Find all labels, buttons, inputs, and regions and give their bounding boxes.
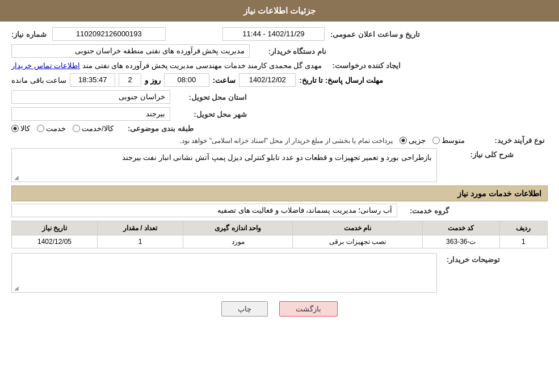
category-kala-khedmat-text: کالا/خدمت <box>82 124 114 133</box>
purchase-jozii-radio[interactable] <box>400 137 407 144</box>
page-title: جزئیات اطلاعات نیاز <box>0 0 559 22</box>
services-table: ردیف کد خدمت نام خدمت واحد اندازه گیری ت… <box>11 221 548 248</box>
category-khedmat-text: خدمت <box>46 124 66 133</box>
category-khedmat-item: خدمت <box>37 124 66 133</box>
content-area: تاریخ و ساعت اعلان عمومی: 1402/11/29 - 1… <box>0 22 559 328</box>
purchase-type-desc: پرداخت تمام یا بخشی از مبلغ خریدار از مح… <box>11 137 396 145</box>
category-kala-text: کالا <box>20 124 30 133</box>
col-header-quantity: تعداد / مقدار <box>98 221 183 235</box>
purchase-jozii-item: جزیی <box>400 136 426 145</box>
purchase-motavasset-item: متوسط <box>432 136 465 145</box>
back-button[interactable]: بازگشت <box>279 301 338 317</box>
description-value: بازطراحی بورد و تعمیر تجهیزات و قطعات دو… <box>122 153 432 162</box>
col-header-date: تاریخ نیاز <box>12 221 98 235</box>
col-header-unit: واحد اندازه گیری <box>183 221 292 235</box>
purchase-jozii-text: جزیی <box>409 136 426 145</box>
service-section-title: اطلاعات خدمات مورد نیاز <box>11 186 548 201</box>
city-value: بیرجند <box>11 107 170 121</box>
deadline-time-label: ساعت: <box>213 76 236 85</box>
description-label: شرح کلی نیاز: <box>437 148 516 159</box>
deadline-remaining-label: ساعت باقی مانده <box>11 76 66 85</box>
creator-label: ایجاد کننده درخواست: <box>324 61 404 70</box>
province-value: خراسان جنوبی <box>11 90 170 104</box>
page-wrapper: جزئیات اطلاعات نیاز تاریخ و ساعت اعلان ع… <box>0 0 559 392</box>
table-cell-quantity: 1 <box>98 235 183 248</box>
request-number-value: 1102092126000193 <box>52 27 166 41</box>
print-button[interactable]: چاپ <box>221 301 268 317</box>
deadline-time: 08:00 <box>164 73 209 87</box>
buttons-row: بازگشت چاپ <box>11 301 548 317</box>
table-cell-date: 1402/12/05 <box>12 235 98 248</box>
category-row: طبقه بندی موضوعی: کالا/خدمت خدمت کالا <box>11 124 548 133</box>
col-header-row: ردیف <box>499 221 547 235</box>
table-cell-code: ت-36-363 <box>422 235 499 248</box>
service-group-label: گروه خدمت: <box>401 206 452 215</box>
buyer-name-row: نام دستگاه خریدار: مدیریت پخش فرآورده ها… <box>11 44 548 58</box>
creator-row: ایجاد کننده درخواست: مهدی گل محمدی کارمن… <box>11 61 548 70</box>
creator-link[interactable]: اطلاعات تماس خریدار <box>11 61 80 70</box>
city-row: شهر محل تحویل: بیرجند <box>11 107 548 121</box>
purchase-motavasset-radio[interactable] <box>432 137 440 144</box>
purchase-type-label: نوع فرآیند خرید: <box>468 136 548 145</box>
table-cell-name: نصب تجهیزات برقی <box>293 235 423 248</box>
description-section: شرح کلی نیاز: بازطراحی بورد و تعمیر تجهی… <box>11 148 548 182</box>
col-header-name: نام خدمت <box>293 221 423 235</box>
category-label: طبقه بندی موضوعی: <box>117 124 196 133</box>
category-kala-item: کالا <box>11 124 30 133</box>
notes-resize-handle[interactable]: ◢ <box>14 285 19 291</box>
date-time-value: 1402/11/29 - 11:44 <box>222 27 325 41</box>
deadline-day-label: روز و <box>145 76 161 85</box>
category-kala-khedmat-item: کالا/خدمت <box>73 124 114 133</box>
buyer-name-value: مدیریت پخش فرآورده های نفتی منطقه خراسان… <box>11 44 250 58</box>
deadline-date: 1402/12/02 <box>239 73 296 87</box>
top-info-row: تاریخ و ساعت اعلان عمومی: 1402/11/29 - 1… <box>11 27 548 41</box>
deadline-label: مهلت ارسال پاسخ: تا تاریخ: <box>299 76 383 85</box>
resize-handle[interactable]: ◢ <box>14 174 19 180</box>
city-label: شهر محل تحویل: <box>170 110 250 119</box>
purchase-type-row: نوع فرآیند خرید: متوسط جزیی پرداخت تمام … <box>11 136 548 145</box>
col-header-code: کد خدمت <box>422 221 499 235</box>
category-kala-radio[interactable] <box>11 125 19 132</box>
buyer-name-label: نام دستگاه خریدار: <box>250 47 329 56</box>
creator-value: مهدی گل محمدی کارمند خدمات مهندسی مدیریت… <box>82 61 322 70</box>
category-khedmat-radio[interactable] <box>37 125 44 132</box>
deadline-days: 2 <box>119 73 141 87</box>
service-group-row: گروه خدمت: آب رسانی؛ مدیریت پسماند، فاضل… <box>11 204 548 217</box>
province-row: استان محل تحویل: خراسان جنوبی <box>11 90 548 104</box>
table-cell-row: 1 <box>499 235 547 248</box>
buyer-notes-box: ◢ <box>11 253 437 293</box>
service-group-value: آب رسانی؛ مدیریت پسماند، فاضلاب و فعالیت… <box>11 204 397 217</box>
request-number-label: شماره نیاز: <box>11 30 47 39</box>
deadline-row: مهلت ارسال پاسخ: تا تاریخ: 1402/12/02 سا… <box>11 73 548 87</box>
province-label: استان محل تحویل: <box>170 93 250 102</box>
description-box: بازطراحی بورد و تعمیر تجهیزات و قطعات دو… <box>11 148 437 182</box>
category-radio-group: کالا/خدمت خدمت کالا <box>11 124 114 133</box>
table-row: 1ت-36-363نصب تجهیزات برقیمورد11402/12/05 <box>12 235 548 248</box>
date-time-label: تاریخ و ساعت اعلان عمومی: <box>330 30 420 39</box>
purchase-motavasset-text: متوسط <box>442 136 465 145</box>
table-cell-unit: مورد <box>183 235 292 248</box>
buyer-notes-label: توضیحات خریدار: <box>440 253 503 264</box>
category-kala-khedmat-radio[interactable] <box>73 125 80 132</box>
deadline-remaining: 18:35:47 <box>70 73 115 87</box>
buyer-notes-row: توضیحات خریدار: ◢ <box>11 253 548 293</box>
purchase-type-radio-group: متوسط جزیی <box>400 136 465 145</box>
